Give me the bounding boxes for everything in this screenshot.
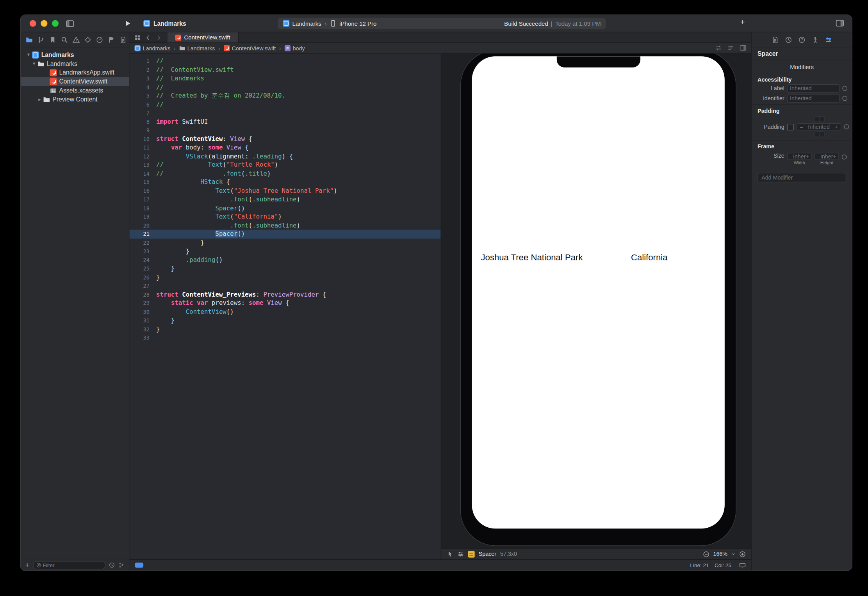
source-control-navigator-icon[interactable] <box>37 36 45 43</box>
breakpoints-navigator-icon[interactable] <box>108 36 115 43</box>
code-line[interactable]: 1// <box>129 57 440 66</box>
file-tree-row[interactable]: ▾Landmarks <box>21 50 129 59</box>
preview-settings-icon[interactable] <box>458 551 464 557</box>
breadcrumb-item[interactable]: ContentView.swift <box>223 45 276 51</box>
toggle-navigator-icon[interactable] <box>66 19 74 27</box>
code-line[interactable]: 2// ContentView.swift <box>129 66 440 74</box>
forward-icon[interactable] <box>156 34 162 41</box>
code-editor[interactable]: 1//2// ContentView.swift3// Landmarks4//… <box>129 53 440 559</box>
code-line[interactable]: 10struct ContentView: View { <box>129 135 440 143</box>
code-line[interactable]: 4// <box>129 83 440 91</box>
run-destination-selector[interactable]: iPhone 12 Pro <box>339 20 376 27</box>
back-icon[interactable] <box>145 34 151 41</box>
filter-input[interactable]: Filter <box>33 561 105 569</box>
preview-canvas[interactable]: Joshua Tree National Park California <box>441 53 751 548</box>
padding-minus[interactable]: – <box>800 124 803 130</box>
code-line[interactable]: 26} <box>129 273 440 281</box>
iphone-screen[interactable]: Joshua Tree National Park California <box>472 56 725 528</box>
quick-help-inspector-icon[interactable]: ? <box>798 36 806 43</box>
code-line[interactable]: 19 Text("California") <box>129 212 440 221</box>
label-binding-dot[interactable] <box>842 86 847 91</box>
recent-files-filter-icon[interactable] <box>109 562 115 568</box>
toggle-inspector-icon[interactable] <box>836 19 844 27</box>
code-line[interactable]: 12 VStack(alignment: .leading) { <box>129 152 440 160</box>
library-button[interactable]: + <box>740 18 745 26</box>
code-line[interactable]: 9 <box>129 126 440 135</box>
breakpoints-toggle[interactable] <box>135 563 143 568</box>
find-navigator-icon[interactable] <box>61 36 68 43</box>
file-tree-row[interactable]: LandmarksApp.swift <box>21 68 129 77</box>
accessibility-inspector-icon[interactable] <box>812 36 819 43</box>
code-line[interactable]: 14// .font(.title) <box>129 169 440 178</box>
code-line[interactable]: 28struct ContentView_Previews: PreviewPr… <box>129 290 440 299</box>
padding-plus[interactable]: + <box>834 124 838 130</box>
code-line[interactable]: 33 <box>129 333 440 342</box>
zoom-in-icon[interactable] <box>739 551 746 557</box>
code-line[interactable]: 8import SwiftUI <box>129 117 440 126</box>
padding-bottom-stepper[interactable] <box>814 132 824 137</box>
add-file-button[interactable]: + <box>25 561 29 569</box>
issues-navigator-icon[interactable] <box>73 36 80 43</box>
scheme-selector[interactable]: Landmarks <box>292 20 321 27</box>
code-line[interactable]: 11 var body: some View { <box>129 143 440 152</box>
tab-contentview[interactable]: ContentView.swift <box>167 32 239 43</box>
zoom-chevron-down-icon[interactable] <box>731 552 736 557</box>
size-binding-dot[interactable] <box>842 155 847 160</box>
code-line[interactable]: 31 } <box>129 316 440 325</box>
attributes-inspector-icon[interactable] <box>825 36 832 43</box>
preview-park-text[interactable]: Joshua Tree National Park <box>481 253 583 263</box>
code-review-icon[interactable] <box>715 44 722 51</box>
editor-options-icon[interactable] <box>740 44 746 51</box>
frame-height-stepper[interactable]: – Inher + <box>815 153 839 160</box>
disclosure-triangle-icon[interactable]: ▾ <box>31 61 37 66</box>
padding-value-stepper[interactable]: – Inherited + <box>797 123 841 131</box>
file-tree-row[interactable]: Assets.xcassets <box>21 86 129 95</box>
adjust-editor-icon[interactable] <box>727 44 734 51</box>
bookmarks-navigator-icon[interactable] <box>49 36 57 43</box>
breadcrumb-item[interactable]: Landmarks <box>134 45 170 51</box>
code-line[interactable]: 30 ContentView() <box>129 308 440 316</box>
close-button[interactable] <box>30 20 36 27</box>
tests-navigator-icon[interactable] <box>84 36 92 43</box>
code-line[interactable]: 24 .padding() <box>129 256 440 264</box>
accessibility-label-input[interactable]: Inherited <box>787 84 839 93</box>
zoom-level[interactable]: 166% <box>713 551 727 557</box>
code-line[interactable]: 21 Spacer() <box>129 230 440 238</box>
source-control-filter-icon[interactable] <box>118 562 125 568</box>
zoom-out-icon[interactable] <box>703 551 710 557</box>
padding-checkbox[interactable] <box>787 123 794 130</box>
fullscreen-button[interactable] <box>52 20 59 27</box>
editor-grid-icon[interactable] <box>134 34 141 41</box>
reports-navigator-icon[interactable] <box>119 36 127 43</box>
build-status[interactable]: Build Succeeded | Today at 1:09 PM <box>504 20 601 27</box>
breadcrumb-item[interactable]: Pbody <box>284 45 305 51</box>
code-line[interactable]: 25 } <box>129 264 440 273</box>
disclosure-triangle-icon[interactable]: ▾ <box>25 52 32 57</box>
editor-display-icon[interactable] <box>739 562 746 568</box>
disclosure-triangle-icon[interactable]: ▸ <box>36 96 43 102</box>
code-line[interactable]: 23 } <box>129 247 440 256</box>
code-line[interactable]: 29 static var previews: some View { <box>129 299 440 308</box>
code-line[interactable]: 13// Text("Turtle Rock") <box>129 160 440 169</box>
code-line[interactable]: 27 <box>129 281 440 290</box>
code-line[interactable]: 20 .font(.subheadline) <box>129 221 440 230</box>
file-tree-row[interactable]: ▾Landmarks <box>21 59 129 68</box>
code-line[interactable]: 15 HStack { <box>129 178 440 187</box>
selection-pointer-icon[interactable] <box>447 551 453 557</box>
code-line[interactable]: 18 Spacer() <box>129 204 440 212</box>
code-line[interactable]: 7 <box>129 109 440 117</box>
identifier-binding-dot[interactable] <box>842 96 847 101</box>
breadcrumb-item[interactable]: Landmarks <box>179 45 215 51</box>
add-modifier-input[interactable]: Add Modifier <box>757 173 846 182</box>
code-line[interactable]: 3// Landmarks <box>129 74 440 83</box>
file-tree-row[interactable]: ContentView.swift <box>21 77 129 86</box>
code-line[interactable]: 22 } <box>129 238 440 247</box>
preview-state-text[interactable]: California <box>631 253 668 263</box>
code-line[interactable]: 32} <box>129 325 440 333</box>
selection-label[interactable]: Spacer <box>479 551 496 557</box>
code-line[interactable]: 6// <box>129 100 440 109</box>
project-navigator-icon[interactable] <box>26 36 33 43</box>
accessibility-identifier-input[interactable]: Inherited <box>787 94 839 102</box>
frame-width-stepper[interactable]: – Inher + <box>787 153 812 160</box>
padding-binding-dot[interactable] <box>844 125 849 130</box>
